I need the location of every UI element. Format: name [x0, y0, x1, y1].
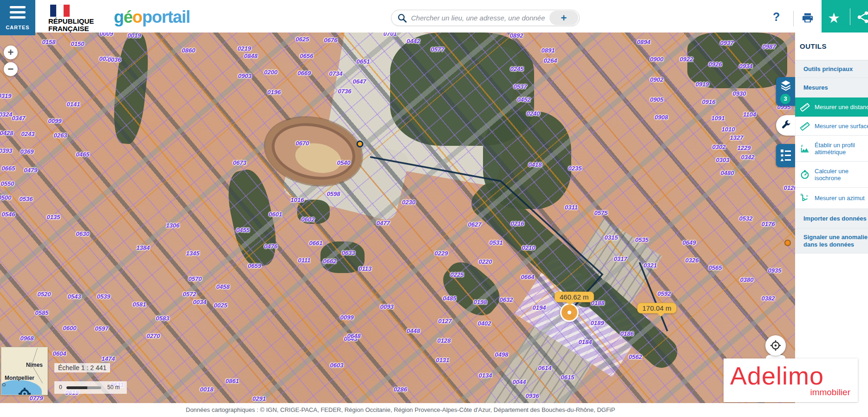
tools-panel: OUTILS Outils principauxMesuresMesurer u… [795, 33, 868, 403]
overview-minimap[interactable]: Nîmes Montpellier [1, 347, 48, 395]
svg-text:α: α [806, 194, 808, 197]
panel-section-label: Outils principaux [803, 65, 868, 73]
measure-segment-tooltip: 170.04 m [637, 303, 677, 313]
measure-total-tooltip: 460.62 m [555, 292, 594, 302]
tool-item-6[interactable]: NαMesurer un azimut [795, 188, 868, 209]
geoportail-logo[interactable]: géoportail [114, 7, 190, 27]
tools-panel-title: OUTILS [795, 33, 868, 60]
attribution-text: Données cartographiques : © IGN, CRIGE-P… [186, 406, 615, 413]
measure-current-point[interactable] [560, 303, 579, 322]
scale-ratio: Échelle 1 : 2 441 [54, 363, 110, 372]
panel-section-8[interactable]: Signaler une anomalie dans les données [795, 228, 868, 254]
tool-item-4[interactable]: zÉtablir un profil altimétrique [795, 136, 868, 162]
search-input[interactable] [411, 14, 549, 22]
cartes-label: CARTES [0, 25, 35, 30]
tool-item-label: Mesurer une surface [815, 123, 868, 130]
measure-line [640, 262, 667, 331]
wrench-icon [780, 120, 791, 131]
scale-bar-line [66, 386, 101, 389]
tool-item-3[interactable]: Mesurer une surface [795, 117, 868, 136]
profile-icon: z [795, 143, 815, 154]
minimap-city-marker [2, 383, 6, 386]
geoportail-app: 0009001901580150002300360860021908480656… [0, 0, 868, 417]
legend-button[interactable] [776, 144, 795, 167]
tool-item-label: Mesurer une distance [815, 104, 868, 111]
search-bar: + [391, 10, 580, 26]
measure-total-value: 460.62 m [560, 293, 589, 301]
france-flag-logo [50, 5, 70, 17]
panel-section-label: Mesures [803, 84, 868, 91]
legend-icon [780, 149, 792, 163]
layers-icon [780, 79, 792, 91]
panel-section-7[interactable]: Importer des données [795, 209, 868, 228]
ruler-icon [795, 102, 815, 112]
layers-button[interactable]: 3 [776, 77, 795, 106]
favorites-star-button[interactable]: ★ [828, 10, 840, 26]
scale-bar: 0 50 m [54, 381, 127, 394]
minimap-city-montpellier: Montpellier [5, 375, 34, 381]
advanced-search-button[interactable]: + [549, 11, 578, 25]
measure-start-point[interactable] [357, 141, 364, 148]
panel-section-label: Importer des données [803, 215, 868, 222]
locate-me-button[interactable] [765, 335, 786, 356]
attribution-bar: Données cartographiques : © IGN, CRIGE-P… [0, 403, 868, 417]
tools-toggle-button[interactable] [776, 115, 795, 136]
measure-end-point[interactable] [784, 240, 791, 246]
panel-section-label: Signaler une anomalie dans les données [803, 234, 868, 248]
adelimo-subtitle: immobilier [810, 387, 850, 397]
republique-francaise-label: RÉPUBLIQUE FRANÇAISE [48, 18, 94, 33]
zoom-out-button[interactable]: − [4, 62, 18, 76]
tool-item-5[interactable]: Calculer une isochrone [795, 162, 868, 188]
cartes-menu-button[interactable]: CARTES [0, 0, 35, 35]
search-icon[interactable] [397, 13, 407, 23]
svg-text:z: z [801, 143, 803, 148]
azimuth-icon: Nα [795, 193, 815, 203]
isochrone-icon [795, 169, 815, 180]
panel-section-1[interactable]: Mesures [795, 78, 868, 98]
measure-line-layer [0, 33, 795, 403]
share-icon [856, 10, 868, 24]
header-divider [793, 11, 794, 26]
measure-line [370, 157, 602, 308]
tool-item-label: Mesurer un azimut [815, 195, 868, 202]
minimap-position-icon [18, 387, 31, 395]
scale-max-label: 50 m [107, 384, 120, 391]
target-icon [770, 339, 782, 352]
measure-segment-value: 170.04 m [642, 304, 672, 312]
map-canvas[interactable]: 0009001901580150002300360860021908480656… [0, 33, 795, 403]
zoom-in-button[interactable]: + [4, 46, 18, 59]
minimap-city-nimes: Nîmes [26, 362, 43, 368]
tool-item-label: Calculer une isochrone [815, 168, 868, 182]
tool-item-2[interactable]: Mesurer une distance [795, 98, 868, 117]
help-button[interactable]: ? [773, 10, 780, 24]
panel-section-0[interactable]: Outils principaux [795, 60, 868, 78]
adelimo-name: Adelimo [730, 361, 824, 390]
layers-count-badge: 3 [780, 94, 790, 104]
actions-divider [850, 8, 850, 25]
hamburger-icon [10, 6, 26, 21]
app-header: RÉPUBLIQUE FRANÇAISE géoportail + ? [0, 0, 868, 33]
print-button[interactable] [801, 12, 815, 26]
printer-icon [801, 12, 815, 25]
ruler-icon [795, 121, 815, 131]
scale-ratio-text: Échelle 1 : 2 441 [58, 364, 106, 371]
tool-item-label: Établir un profil altimétrique [815, 142, 868, 156]
scale-zero-label: 0 [59, 384, 62, 391]
share-button[interactable] [856, 10, 868, 26]
adelimo-watermark: Adelimo immobilier [724, 358, 858, 402]
